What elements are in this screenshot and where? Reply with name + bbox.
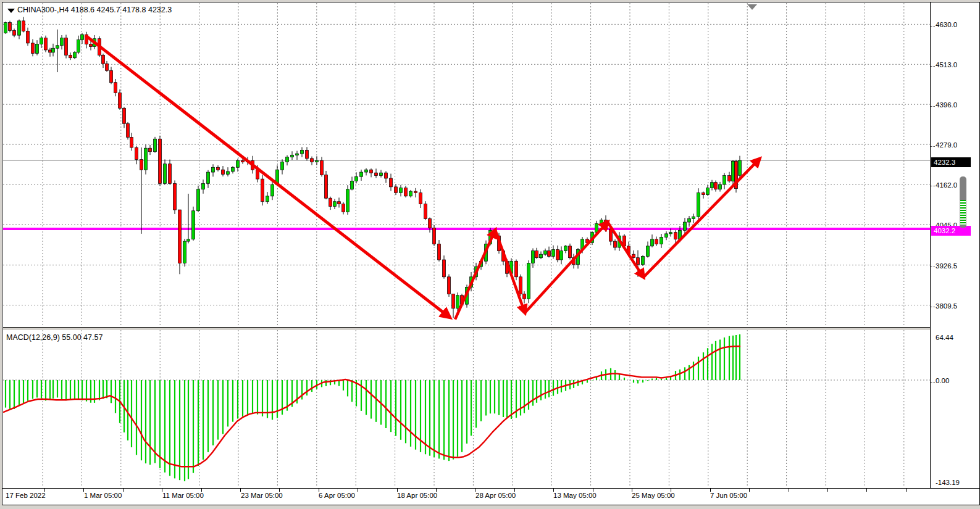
candle-body-up — [212, 167, 215, 172]
candle-body-up — [595, 223, 598, 232]
candle-body-down — [22, 21, 25, 31]
candle-body-down — [702, 192, 705, 194]
scrollbar-thumb[interactable] — [960, 176, 966, 200]
trend-arrow[interactable] — [608, 222, 643, 277]
candle-body-up — [665, 234, 668, 238]
candle-body-up — [154, 139, 157, 152]
chart-scrollbar[interactable] — [960, 176, 966, 228]
candle-body-down — [569, 246, 572, 258]
candle-body-down — [385, 173, 388, 178]
candle-body-down — [443, 260, 446, 277]
candle-body-down — [49, 50, 52, 52]
candle-body-up — [527, 263, 530, 299]
chart-shift-marker-icon[interactable] — [747, 4, 757, 10]
price-tick-mark — [931, 267, 935, 267]
candle-body-down — [655, 239, 658, 244]
time-tick-label: 1 Mar 05:00 — [84, 492, 122, 499]
candle-body-up — [706, 188, 710, 195]
candle-body-up — [660, 237, 663, 244]
chart-dropdown-icon[interactable] — [7, 9, 15, 13]
candle-body-up — [560, 251, 563, 260]
candle-body-up — [301, 151, 304, 154]
candle-body-up — [409, 191, 413, 196]
candle-body-down — [395, 187, 398, 192]
candle-body-up — [360, 172, 363, 176]
candle-body-up — [77, 39, 80, 52]
price-tick-label: 4513.0 — [936, 61, 957, 68]
candle-body-down — [110, 70, 113, 82]
price-axis[interactable]: 4630.04513.04396.04279.04162.04045.03926… — [931, 2, 979, 488]
candle-body-up — [36, 44, 39, 54]
candle-body-down — [320, 160, 324, 175]
time-tick-label: 23 Mar 05:00 — [241, 492, 283, 499]
candle-body-down — [222, 170, 225, 174]
price-tick-label: 3926.5 — [936, 262, 957, 270]
candle-body-down — [414, 191, 417, 192]
macd-indicator-panel[interactable]: MACD(12,26,9) 55.00 47.57 — [3, 330, 930, 488]
time-tick-label: 18 Apr 05:00 — [397, 492, 437, 499]
candle-body-up — [552, 249, 555, 256]
candle-body-up — [642, 256, 645, 264]
time-axis[interactable]: 17 Feb 20221 Mar 05:0011 Mar 05:0023 Mar… — [2, 489, 979, 504]
candle-body-down — [106, 64, 109, 70]
time-tick-mark — [749, 489, 750, 492]
candle-body-up — [296, 154, 299, 155]
candle-body-up — [192, 211, 195, 239]
candle-body-up — [697, 192, 700, 217]
candle-body-up — [227, 172, 230, 174]
candle-body-down — [31, 43, 35, 54]
candle-body-down — [614, 241, 617, 247]
candle-body-down — [306, 151, 309, 159]
candle-body-down — [261, 179, 264, 202]
candle-body-up — [207, 172, 210, 183]
candle-body-down — [9, 23, 12, 31]
candle-body-down — [174, 183, 177, 210]
trend-arrow[interactable] — [643, 159, 760, 277]
trend-arrow[interactable] — [525, 222, 608, 313]
candle-body-up — [40, 38, 43, 44]
price-tick-mark — [931, 106, 935, 107]
price-chart-panel[interactable]: CHINA300-,H4 4188.6 4245.7 4178.8 4232.3 — [3, 3, 930, 327]
time-tick-label: 11 Mar 05:00 — [162, 492, 204, 499]
time-tick-label: 13 May 05:00 — [553, 492, 597, 499]
trend-arrow[interactable] — [455, 230, 495, 320]
candle-body-down — [27, 31, 30, 43]
candle-body-down — [130, 137, 133, 147]
candle-body-up — [540, 254, 543, 258]
candle-body-up — [719, 184, 722, 189]
candle-body-up — [723, 176, 726, 184]
candle-body-down — [637, 258, 640, 265]
candle-body-up — [286, 157, 289, 162]
candle-body-down — [44, 38, 48, 50]
candle-body-down — [519, 277, 522, 294]
candle-body-up — [197, 189, 200, 211]
candle-body-up — [266, 196, 269, 202]
candle-body-up — [18, 21, 21, 35]
candle-body-down — [390, 178, 393, 187]
candle-body-down — [217, 167, 220, 170]
candle-body-down — [169, 164, 172, 184]
trend-arrow[interactable] — [495, 230, 525, 313]
candle-body-down — [370, 170, 373, 173]
price-chart-canvas[interactable] — [3, 3, 930, 327]
time-tick-mark — [123, 489, 124, 492]
candle-body-down — [433, 228, 436, 244]
candle-body-down — [714, 183, 718, 189]
candle-body-up — [400, 188, 403, 193]
candle-body-up — [669, 233, 672, 234]
candle-body-up — [291, 155, 294, 157]
current-price-box: 4232.3 — [931, 157, 971, 167]
price-tick-mark — [931, 146, 935, 147]
candle-body-down — [728, 176, 731, 181]
candle-body-down — [438, 244, 441, 260]
time-tick-mark — [789, 489, 789, 492]
candle-body-up — [164, 164, 167, 184]
price-tick-mark — [931, 186, 935, 186]
candle-body-down — [338, 202, 341, 204]
candle-body-up — [61, 38, 64, 46]
candle-body-down — [135, 147, 138, 159]
price-tick-label: 4396.0 — [936, 101, 957, 109]
macd-tick-label: 0.00 — [936, 377, 949, 384]
candle-body-up — [144, 148, 148, 170]
macd-canvas[interactable] — [3, 330, 930, 488]
